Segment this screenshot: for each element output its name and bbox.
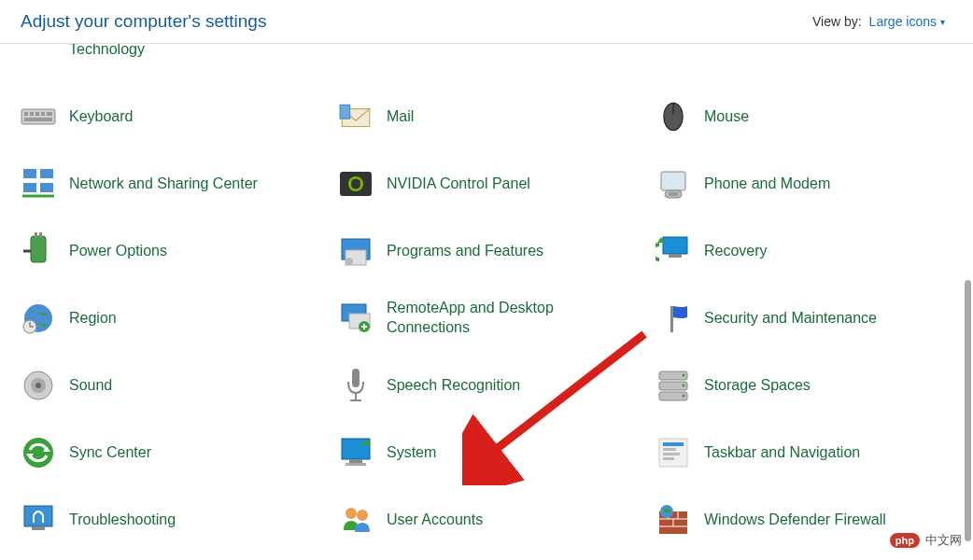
item-label: Security and Maintenance <box>704 309 877 329</box>
taskbar-icon <box>654 433 693 472</box>
control-panel-item-power[interactable]: Power Options <box>19 229 319 273</box>
keyboard-icon <box>19 97 58 136</box>
svg-point-50 <box>683 385 685 387</box>
phone-icon <box>654 164 693 203</box>
svg-rect-11 <box>340 105 350 119</box>
network-icon <box>19 164 58 203</box>
svg-point-42 <box>35 383 41 388</box>
storage-icon <box>654 366 693 405</box>
programs-icon <box>336 231 375 271</box>
sync-icon <box>19 433 58 472</box>
control-panel-item-recovery[interactable]: Recovery <box>654 229 954 273</box>
svg-rect-5 <box>30 112 34 116</box>
control-panel-item-storage[interactable]: Storage Spaces <box>654 363 954 408</box>
control-panel-item-troubleshooting[interactable]: Troubleshooting <box>19 497 319 542</box>
svg-rect-3 <box>21 109 55 124</box>
speech-icon <box>336 366 375 405</box>
item-label: NVIDIA Control Panel <box>387 175 530 194</box>
page-title: Adjust your computer's settings <box>21 11 266 32</box>
svg-rect-63 <box>24 506 52 526</box>
view-by-selector[interactable]: View by: Large icons ▾ <box>812 14 945 29</box>
control-panel-item-network[interactable]: Network and Sharing Center <box>19 161 319 206</box>
control-panel-item-technology[interactable]: Technology <box>19 44 319 72</box>
item-label: Keyboard <box>69 107 134 127</box>
nvidia-icon <box>336 164 375 203</box>
svg-point-28 <box>345 258 353 265</box>
control-panel-item-remoteapp[interactable]: RemoteApp and Desktop Connections <box>336 296 637 341</box>
control-panel-item-region[interactable]: Region <box>19 296 319 341</box>
scrollbar-thumb[interactable] <box>965 280 971 541</box>
control-panel-item-nvidia[interactable]: NVIDIA Control Panel <box>336 161 637 206</box>
svg-point-52 <box>23 438 53 468</box>
mail-icon <box>336 97 375 136</box>
firewall-icon <box>654 500 693 539</box>
item-label: Technology <box>69 44 145 59</box>
svg-rect-62 <box>663 457 674 460</box>
svg-rect-57 <box>345 463 366 466</box>
svg-rect-17 <box>40 183 53 192</box>
item-label: Power Options <box>69 242 167 261</box>
item-label: Recovery <box>704 242 768 261</box>
svg-rect-43 <box>352 369 360 387</box>
svg-rect-14 <box>23 169 36 178</box>
view-by-value[interactable]: Large icons ▾ <box>869 14 945 29</box>
svg-rect-60 <box>663 448 676 451</box>
control-panel-item-mail[interactable]: Mail <box>336 94 637 139</box>
watermark-badge: php <box>890 533 920 548</box>
svg-rect-15 <box>40 169 53 178</box>
control-panel-grid: TechnologyKeyboardMailMouseNetwork and S… <box>19 44 954 559</box>
svg-rect-30 <box>669 254 682 258</box>
svg-rect-8 <box>47 112 52 116</box>
item-label: Storage Spaces <box>704 376 811 396</box>
control-panel-item-useraccounts[interactable]: User Accounts <box>336 497 637 542</box>
item-label: Programs and Features <box>387 242 543 261</box>
control-panel-item-keyboard[interactable]: Keyboard <box>19 94 319 139</box>
svg-rect-61 <box>663 453 680 455</box>
view-by-label: View by: <box>812 14 862 29</box>
item-label: Network and Sharing Center <box>69 175 258 194</box>
svg-point-68 <box>357 510 368 521</box>
troubleshooting-icon <box>19 500 58 539</box>
control-panel-item-mouse[interactable]: Mouse <box>654 94 954 139</box>
watermark-text: 中文网 <box>925 532 962 549</box>
svg-rect-24 <box>35 232 37 238</box>
watermark: php 中文网 <box>890 532 962 549</box>
svg-rect-39 <box>670 306 673 332</box>
item-label: User Accounts <box>387 511 483 530</box>
control-panel-item-sound[interactable]: Sound <box>19 363 319 408</box>
control-panel-item-phone[interactable]: Phone and Modem <box>654 161 954 206</box>
item-label: Troubleshooting <box>69 511 176 530</box>
item-label: Windows Defender Firewall <box>704 511 886 530</box>
sound-icon <box>19 366 58 405</box>
power-icon <box>19 231 58 271</box>
system-icon <box>336 433 375 472</box>
control-panel-item-sync[interactable]: Sync Center <box>19 430 319 475</box>
svg-rect-23 <box>31 236 46 262</box>
svg-rect-25 <box>39 232 42 238</box>
item-label: Mail <box>387 107 414 127</box>
item-label: Mouse <box>704 107 749 127</box>
svg-rect-29 <box>663 237 687 254</box>
security-icon <box>654 299 693 338</box>
control-panel-item-speech[interactable]: Speech Recognition <box>336 363 637 408</box>
svg-point-51 <box>683 395 685 398</box>
item-label: Sync Center <box>69 443 151 463</box>
recovery-icon <box>654 231 693 271</box>
chevron-down-icon: ▾ <box>940 17 945 27</box>
region-icon <box>19 299 58 338</box>
svg-rect-22 <box>669 192 678 196</box>
item-label: Region <box>69 309 117 329</box>
control-panel-item-security[interactable]: Security and Maintenance <box>654 296 954 341</box>
item-label: Sound <box>69 376 112 396</box>
control-panel-item-system[interactable]: System <box>336 430 637 475</box>
mouse-icon <box>654 97 693 136</box>
svg-rect-7 <box>41 112 45 116</box>
item-label: Phone and Modem <box>704 175 830 194</box>
useraccounts-icon <box>336 500 375 539</box>
control-panel-item-programs[interactable]: Programs and Features <box>336 229 637 273</box>
svg-rect-56 <box>349 459 362 463</box>
svg-rect-6 <box>35 112 39 116</box>
control-panel-item-taskbar[interactable]: Taskbar and Navigation <box>654 430 954 475</box>
view-by-value-text: Large icons <box>869 14 937 29</box>
remoteapp-icon <box>336 299 375 338</box>
